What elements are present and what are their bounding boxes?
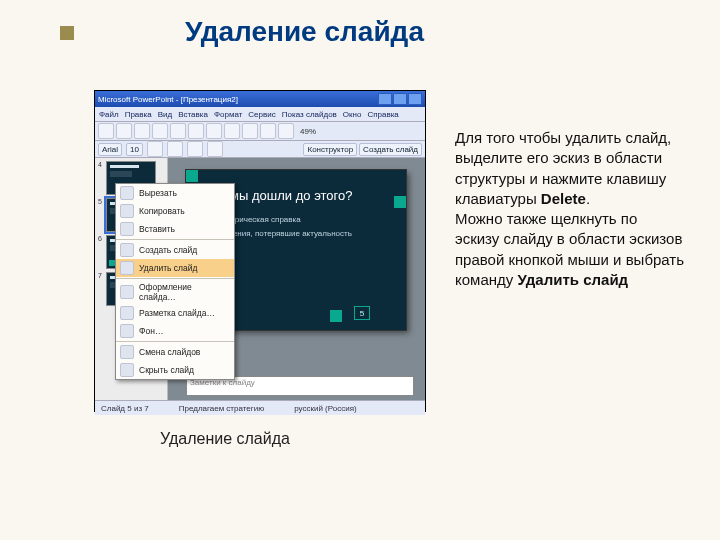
designer-button: Конструктор	[303, 143, 357, 156]
ctx-cut: Вырезать	[116, 184, 234, 202]
ctx-paste: Вставить	[116, 220, 234, 238]
copy-icon	[188, 123, 204, 139]
new-icon	[98, 123, 114, 139]
table-icon	[260, 123, 276, 139]
close-icon	[408, 93, 422, 105]
menu-bar: Файл Правка Вид Вставка Формат Сервис По…	[95, 107, 425, 122]
ctx-layout: Разметка слайда…	[116, 304, 234, 322]
hide-slide-icon	[120, 363, 134, 377]
menu-item: Правка	[125, 110, 152, 119]
menu-item: Формат	[214, 110, 242, 119]
paste-icon	[206, 123, 222, 139]
minimize-icon	[378, 93, 392, 105]
font-size: 10	[126, 143, 143, 156]
menu-item: Файл	[99, 110, 119, 119]
align-left-icon	[207, 141, 223, 157]
status-center: Предлагаем стратегию	[179, 404, 264, 413]
window-titlebar: Microsoft PowerPoint - [Презентация2]	[95, 91, 425, 107]
page-title: Удаление слайда	[185, 16, 424, 48]
formatting-toolbar: Arial 10 Конструктор Создать слайд	[95, 141, 425, 158]
menu-item: Сервис	[248, 110, 275, 119]
powerpoint-screenshot: Microsoft PowerPoint - [Презентация2] Фа…	[94, 90, 426, 412]
chart-icon	[278, 123, 294, 139]
zoom-value: 49%	[300, 127, 316, 136]
ctx-hide-slide: Скрыть слайд	[116, 361, 234, 379]
ctx-background: Фон…	[116, 322, 234, 340]
delete-slide-icon	[120, 261, 134, 275]
underline-icon	[187, 141, 203, 157]
status-right: русский (Россия)	[294, 404, 357, 413]
slide-bullet: Решения, потерявшие актуальность	[210, 229, 406, 238]
save-icon	[134, 123, 150, 139]
menu-item: Окно	[343, 110, 362, 119]
copy-icon	[120, 204, 134, 218]
design-icon	[120, 285, 134, 299]
status-left: Слайд 5 из 7	[101, 404, 149, 413]
figure-caption: Удаление слайда	[160, 430, 290, 448]
slide-bullet: Историческая справка	[210, 215, 406, 224]
body-p1b: .	[586, 190, 590, 207]
redo-icon	[242, 123, 258, 139]
transition-icon	[120, 345, 134, 359]
body-p1-bold: Delete	[541, 190, 586, 207]
slide-number: 5	[354, 306, 370, 320]
standard-toolbar: 49%	[95, 122, 425, 141]
menu-item: Справка	[367, 110, 398, 119]
slide-title: Как мы дошли до этого?	[206, 188, 406, 203]
ctx-new-slide: Создать слайд	[116, 241, 234, 259]
menu-item: Показ слайдов	[282, 110, 337, 119]
layout-icon	[120, 306, 134, 320]
new-slide-button: Создать слайд	[359, 143, 422, 156]
undo-icon	[224, 123, 240, 139]
italic-icon	[167, 141, 183, 157]
ctx-design: Оформление слайда…	[116, 280, 234, 304]
menu-item: Вид	[158, 110, 172, 119]
font-name: Arial	[98, 143, 122, 156]
body-p2-bold: Удалить слайд	[517, 271, 628, 288]
app-title: Microsoft PowerPoint - [Презентация2]	[98, 95, 378, 104]
ctx-delete-slide: Удалить слайд	[116, 259, 234, 277]
status-bar: Слайд 5 из 7 Предлагаем стратегию русски…	[95, 400, 425, 415]
bold-icon	[147, 141, 163, 157]
accent-square	[60, 26, 74, 40]
body-paragraph: Для того чтобы удалить слайд, выделите е…	[455, 128, 685, 290]
menu-item: Вставка	[178, 110, 208, 119]
new-slide-icon	[120, 243, 134, 257]
background-icon	[120, 324, 134, 338]
open-icon	[116, 123, 132, 139]
ctx-transition: Смена слайдов	[116, 343, 234, 361]
ctx-copy: Копировать	[116, 202, 234, 220]
context-menu: Вырезать Копировать Вставить Создать сла…	[115, 183, 235, 380]
cut-icon	[120, 186, 134, 200]
maximize-icon	[393, 93, 407, 105]
cut-icon	[170, 123, 186, 139]
print-icon	[152, 123, 168, 139]
paste-icon	[120, 222, 134, 236]
